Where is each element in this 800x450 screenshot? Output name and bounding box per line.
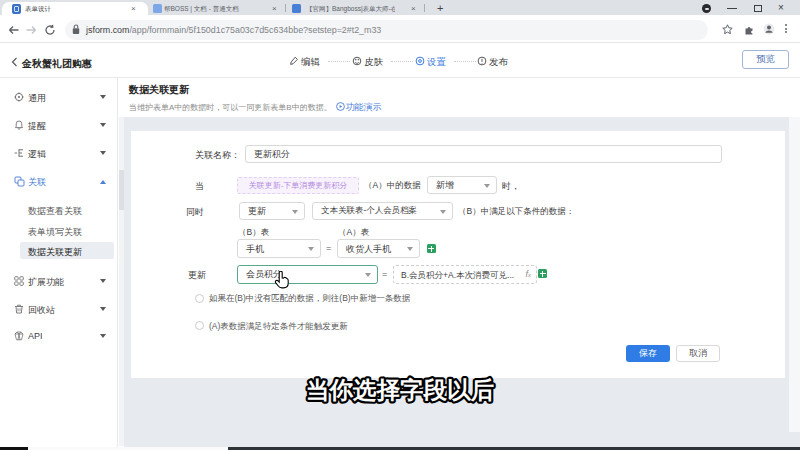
svg-text:当你选择字段以后: 当你选择字段以后	[306, 377, 495, 403]
